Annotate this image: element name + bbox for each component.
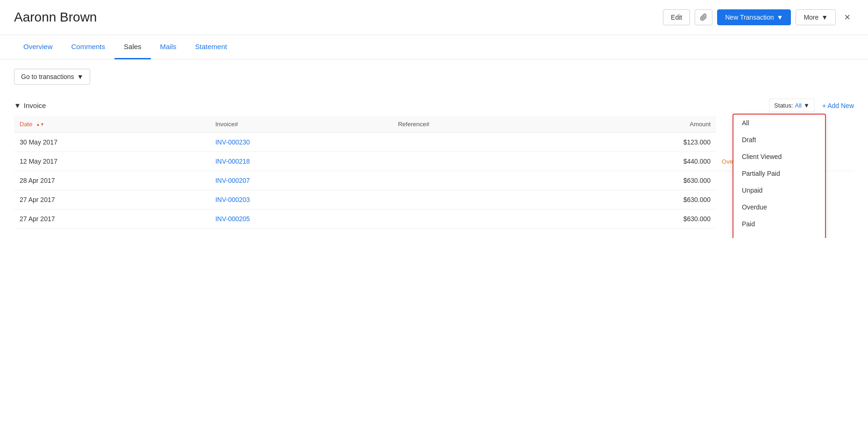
- tab-comments[interactable]: Comments: [62, 35, 115, 59]
- invoice-link[interactable]: INV-000205: [215, 215, 250, 223]
- status-arrow-icon: ▼: [804, 102, 810, 109]
- cell-reference: [392, 190, 562, 209]
- cell-reference: [392, 171, 562, 190]
- cell-invoice: INV-000203: [210, 190, 392, 209]
- cell-amount: $123.000: [562, 133, 716, 152]
- cell-amount: $630.000: [562, 209, 716, 229]
- status-option-partially-paid[interactable]: Partially Paid: [733, 165, 825, 182]
- invoice-link[interactable]: INV-000203: [215, 196, 250, 203]
- tab-sales[interactable]: Sales: [114, 35, 151, 59]
- cell-amount: $630.000: [562, 171, 716, 190]
- status-option-void[interactable]: Void: [733, 232, 825, 238]
- col-amount: Amount: [562, 116, 716, 133]
- col-date[interactable]: Date ▲▼: [14, 116, 210, 133]
- status-option-all[interactable]: All: [733, 115, 825, 131]
- dropdown-arrow-icon: ▼: [777, 14, 783, 21]
- header-actions: Edit New Transaction ▼ More ▼ ×: [663, 9, 854, 25]
- cell-date: 28 Apr 2017: [14, 171, 210, 190]
- collapse-icon[interactable]: ▼: [14, 101, 21, 109]
- table-row: 27 Apr 2017INV-000203$630.000: [14, 190, 854, 209]
- table-row: 12 May 2017INV-000218$440.000Overdue: [14, 152, 854, 171]
- status-option-draft[interactable]: Draft: [733, 131, 825, 148]
- cell-date: 27 Apr 2017: [14, 209, 210, 229]
- tab-statement[interactable]: Statement: [186, 35, 236, 59]
- col-invoice: Invoice#: [210, 116, 392, 133]
- cell-date: 12 May 2017: [14, 152, 210, 171]
- cell-amount: $630.000: [562, 190, 716, 209]
- table-row: 30 May 2017INV-000230$123.000: [14, 133, 854, 152]
- more-arrow-icon: ▼: [821, 14, 828, 21]
- cell-reference: [392, 209, 562, 229]
- edit-button[interactable]: Edit: [663, 9, 690, 25]
- section-header: ▼ Invoice Status: All ▼ All Draft Client…: [14, 99, 854, 112]
- sort-arrows-icon: ▲▼: [36, 123, 44, 127]
- tab-overview[interactable]: Overview: [14, 35, 62, 59]
- cell-date: 27 Apr 2017: [14, 190, 210, 209]
- section-title: ▼ Invoice: [14, 101, 46, 109]
- invoice-link[interactable]: INV-000230: [215, 138, 250, 146]
- tab-mails[interactable]: Mails: [151, 35, 186, 59]
- cell-invoice: INV-000218: [210, 152, 392, 171]
- col-reference: Reference#: [392, 116, 562, 133]
- more-button[interactable]: More ▼: [796, 9, 836, 25]
- cell-invoice: INV-000230: [210, 133, 392, 152]
- new-transaction-button[interactable]: New Transaction ▼: [717, 9, 791, 25]
- tab-bar: Overview Comments Sales Mails Statement: [0, 35, 868, 59]
- attachment-button[interactable]: [695, 9, 712, 25]
- invoice-section: ▼ Invoice Status: All ▼ All Draft Client…: [14, 99, 854, 229]
- cell-invoice: INV-000207: [210, 171, 392, 190]
- status-filter-container: Status: All ▼ All Draft Client Viewed Pa…: [769, 99, 854, 112]
- status-option-client-viewed[interactable]: Client Viewed: [733, 148, 825, 165]
- status-option-overdue[interactable]: Overdue: [733, 199, 825, 216]
- cell-reference: [392, 133, 562, 152]
- paperclip-icon: [700, 14, 707, 21]
- cell-date: 30 May 2017: [14, 133, 210, 152]
- cell-invoice: INV-000205: [210, 209, 392, 229]
- invoice-table-body: 30 May 2017INV-000230$123.00012 May 2017…: [14, 133, 854, 229]
- table-header: Date ▲▼ Invoice# Reference# Amount: [14, 116, 854, 133]
- content-area: Go to transactions ▼ ▼ Invoice Status: A…: [0, 59, 868, 238]
- status-option-unpaid[interactable]: Unpaid: [733, 182, 825, 199]
- page-title: Aaronn Brown: [14, 10, 97, 25]
- invoice-link[interactable]: INV-000207: [215, 177, 250, 184]
- goto-transactions-button[interactable]: Go to transactions ▼: [14, 69, 90, 85]
- table-row: 28 Apr 2017INV-000207$630.000: [14, 171, 854, 190]
- invoice-table: Date ▲▼ Invoice# Reference# Amount 30 Ma…: [14, 116, 854, 229]
- close-button[interactable]: ×: [840, 9, 854, 25]
- invoice-link[interactable]: INV-000218: [215, 158, 250, 165]
- status-filter-button[interactable]: Status: All ▼: [769, 99, 815, 112]
- status-dropdown-popup: All Draft Client Viewed Partially Paid U…: [733, 114, 826, 238]
- status-option-paid[interactable]: Paid: [733, 216, 825, 232]
- goto-arrow-icon: ▼: [77, 73, 84, 80]
- add-new-link[interactable]: + Add New: [822, 102, 854, 109]
- cell-reference: [392, 152, 562, 171]
- page-header: Aaronn Brown Edit New Transaction ▼ More…: [0, 0, 868, 35]
- cell-amount: $440.000: [562, 152, 716, 171]
- table-row: 27 Apr 2017INV-000205$630.000: [14, 209, 854, 229]
